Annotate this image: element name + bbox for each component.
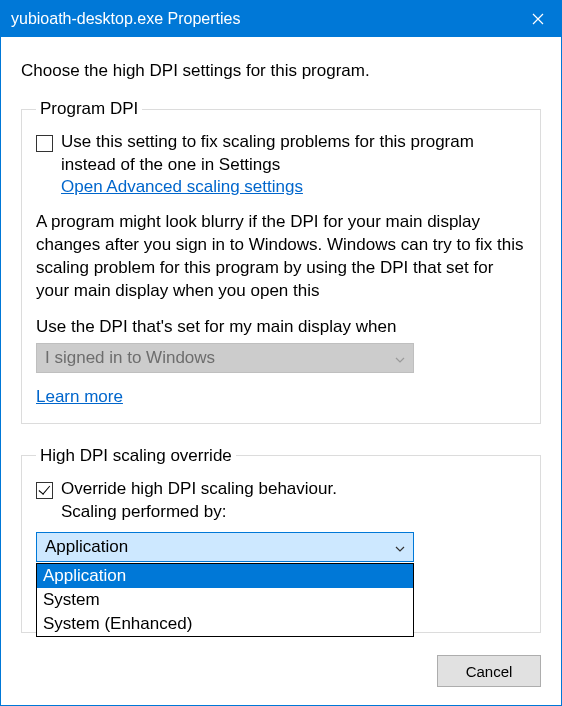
override-checkbox[interactable] [36,482,53,499]
intro-text: Choose the high DPI settings for this pr… [21,61,541,81]
cancel-button[interactable]: Cancel [437,655,541,687]
use-setting-row: Use this setting to fix scaling problems… [36,131,526,197]
override-row: Override high DPI scaling behaviour. Sca… [36,478,526,524]
use-setting-checkbox[interactable] [36,135,53,152]
override-label: Override high DPI scaling behaviour. Sca… [61,478,337,524]
program-dpi-group: Program DPI Use this setting to fix scal… [21,99,541,424]
window-title: yubioath-desktop.exe Properties [11,10,240,28]
scaling-option-system[interactable]: System [37,588,413,612]
dpi-when-label: Use the DPI that's set for my main displ… [36,317,526,337]
learn-more-link[interactable]: Learn more [36,387,123,407]
override-group: High DPI scaling override Override high … [21,446,541,633]
advanced-scaling-link[interactable]: Open Advanced scaling settings [61,177,303,197]
close-button[interactable] [515,1,561,37]
scaling-combo-value: Application [45,537,128,557]
dpi-when-combo: I signed in to Windows [36,343,414,373]
override-legend: High DPI scaling override [36,446,236,466]
scaling-option-application[interactable]: Application [37,564,413,588]
dialog-button-row: OK Cancel [323,655,541,687]
titlebar: yubioath-desktop.exe Properties [1,1,561,37]
dialog-content: Choose the high DPI settings for this pr… [1,37,561,675]
scaling-combo-list: Application System System (Enhanced) [36,563,414,637]
program-dpi-legend: Program DPI [36,99,142,119]
chevron-down-icon [395,537,405,557]
dpi-when-combo-value: I signed in to Windows [45,348,215,368]
scaling-combo[interactable]: Application Application System System (E… [36,532,414,562]
program-dpi-blurb: A program might look blurry if the DPI f… [36,211,526,303]
scaling-option-system-enhanced[interactable]: System (Enhanced) [37,612,413,636]
use-setting-label: Use this setting to fix scaling problems… [61,131,526,177]
chevron-down-icon [395,348,405,368]
close-icon [532,13,544,25]
